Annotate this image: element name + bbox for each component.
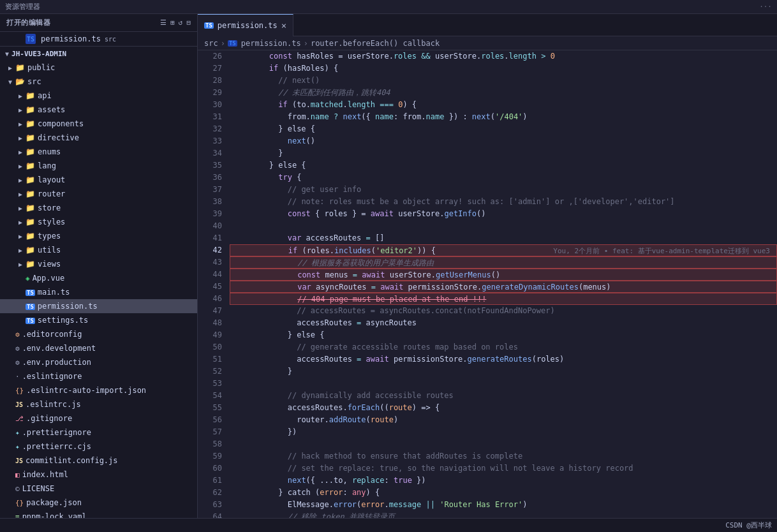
code-line-64: // 移除 token 并跳转登录页 <box>230 511 777 518</box>
folder-label-src: src <box>27 77 41 86</box>
folder-arrow-assets: ▶ <box>15 107 26 114</box>
tree-item-pnpmlock[interactable]: ≡ pnpm-lock.yaml <box>0 510 197 518</box>
tree-item-gitignore[interactable]: ⎇ .gitignore <box>0 411 197 425</box>
folder-icon-directive: 📁 <box>26 133 35 142</box>
new-folder-icon[interactable]: ⊞ <box>170 18 175 27</box>
tree-item-permissionts[interactable]: TS permission.ts <box>0 299 197 313</box>
folder-icon-store: 📁 <box>26 203 35 212</box>
code-line-56: router.addRoute(route) <box>230 414 777 426</box>
project-arrow: ▼ <box>5 50 9 57</box>
tree-item-eslintignore[interactable]: · .eslintignore <box>0 369 197 383</box>
tab-permission[interactable]: TS permission.ts × <box>198 14 293 36</box>
ts-icon-main: TS <box>26 288 35 297</box>
tree-item-types[interactable]: ▶ 📁 types <box>0 229 197 243</box>
tree-item-appvue[interactable]: ◈ App.vue <box>0 271 197 285</box>
tree-item-store[interactable]: ▶ 📁 store <box>0 201 197 215</box>
file-label-prettierignore: .prettierignore <box>22 428 91 437</box>
tree-item-eslintrcjs[interactable]: JS .eslintrc.js <box>0 397 197 411</box>
editor-area: TS permission.ts × src › TS permission.t… <box>198 14 777 518</box>
code-line-52: } <box>230 366 777 378</box>
folder-arrow-lang: ▶ <box>15 163 26 170</box>
project-name-header[interactable]: ▼ JH-VUE3-ADMIN <box>0 47 197 61</box>
file-label-prettierrc: .prettierrc.cjs <box>22 442 91 451</box>
tab-ts-icon: TS <box>204 22 214 29</box>
folder-arrow-router: ▶ <box>15 191 26 198</box>
prettier-icon: ✦ <box>15 429 20 437</box>
code-line-50: // generate accessible routes map based … <box>230 341 777 353</box>
folder-arrow-types: ▶ <box>15 233 26 240</box>
code-line-38: // note: roles must be a object array! s… <box>230 196 777 208</box>
tree-item-indexhtml[interactable]: ◧ index.html <box>0 468 197 482</box>
folder-arrow-layout: ▶ <box>15 177 26 184</box>
open-file-permission[interactable]: TS permission.ts src <box>0 32 197 46</box>
tree-item-envdev[interactable]: ⚙ .env.development <box>0 341 197 355</box>
tree-item-public[interactable]: ▶ 📁 public <box>0 61 197 75</box>
file-label-maints: main.ts <box>38 288 70 297</box>
file-label-permissionts: permission.ts <box>38 302 98 311</box>
new-file-icon[interactable]: ☰ <box>160 18 166 27</box>
code-line-26: const hasRoles = userStore.roles && user… <box>230 50 777 63</box>
breadcrumb: src › TS permission.ts › router.beforeEa… <box>198 36 777 50</box>
config-icon-editor: ⚙ <box>15 330 20 339</box>
yaml-icon: ≡ <box>15 513 20 519</box>
prettierrc-icon: ✦ <box>15 443 20 451</box>
breadcrumb-sep2: › <box>304 39 308 48</box>
tree-item-utils[interactable]: ▶ 📁 utils <box>0 243 197 257</box>
folder-icon-types: 📁 <box>26 232 35 240</box>
code-line-42: if (roles.includes('editor2')) {You, 2个月… <box>230 244 777 256</box>
tree-item-editorconfig[interactable]: ⚙ .editorconfig <box>0 327 197 341</box>
tree-item-license[interactable]: © LICENSE <box>0 482 197 496</box>
code-content[interactable]: const hasRoles = userStore.roles && user… <box>230 50 777 518</box>
tree-item-prettierrc[interactable]: ✦ .prettierrc.cjs <box>0 440 197 454</box>
tree-item-src[interactable]: ▼ 📂 src <box>0 75 197 89</box>
tree-item-prettierignore[interactable]: ✦ .prettierignore <box>0 425 197 440</box>
code-line-31: from.name ? next({ name: from.name }) : … <box>230 111 777 123</box>
file-label-eslintrcjs: .eslintrc.js <box>26 400 81 409</box>
tree-item-enums[interactable]: ▶ 📁 enums <box>0 145 197 159</box>
vue-icon-app: ◈ <box>26 274 30 283</box>
tree-item-components[interactable]: ▶ 📁 components <box>0 117 197 131</box>
code-line-60: // set the replace: true, so the navigat… <box>230 462 777 475</box>
tree-item-assets[interactable]: ▶ 📁 assets <box>0 103 197 117</box>
folder-arrow-styles: ▶ <box>15 219 26 226</box>
code-line-46: // 404 page must be placed at the end !!… <box>230 293 777 305</box>
code-line-32: } else { <box>230 123 777 135</box>
folder-arrow-views: ▶ <box>15 261 26 268</box>
code-line-61: next({ ...to, replace: true }) <box>230 475 777 487</box>
code-line-36: try { <box>230 172 777 184</box>
tree-item-envprod[interactable]: ⚙ .env.production <box>0 355 197 369</box>
tree-item-packagejson[interactable]: {} package.json <box>0 496 197 510</box>
env-icon-prod: ⚙ <box>15 358 20 367</box>
tree-item-lang[interactable]: ▶ 📁 lang <box>0 159 197 173</box>
json-icon-eslint: {} <box>15 387 24 395</box>
top-bar-menu-dots[interactable]: ··· <box>759 3 772 11</box>
folder-icon-router: 📁 <box>26 189 35 198</box>
tab-label-permission: permission.ts <box>218 21 278 30</box>
folder-label-store: store <box>38 203 61 212</box>
refresh-icon[interactable]: ↺ <box>179 18 183 27</box>
folder-arrow-components: ▶ <box>15 121 26 128</box>
ts-file-icon: TS <box>26 34 36 44</box>
code-line-57: }) <box>230 426 777 438</box>
tree-item-settingsts[interactable]: TS settings.ts <box>0 313 197 327</box>
tab-close-button[interactable]: × <box>281 20 286 31</box>
file-label-packagejson: package.json <box>26 498 82 507</box>
tree-item-api[interactable]: ▶ 📁 api <box>0 89 197 103</box>
folder-icon-styles: 📁 <box>26 218 35 226</box>
code-line-49: } else { <box>230 329 777 341</box>
tree-item-router[interactable]: ▶ 📁 router <box>0 187 197 201</box>
folder-label-assets: assets <box>38 105 65 114</box>
code-line-58 <box>230 438 777 450</box>
tree-item-directive[interactable]: ▶ 📁 directive <box>0 131 197 145</box>
tree-item-maints[interactable]: TS main.ts <box>0 285 197 299</box>
code-line-37: // get user info <box>230 184 777 196</box>
tree-item-views[interactable]: ▶ 📁 views <box>0 257 197 271</box>
tree-item-eslintrc[interactable]: {} .eslintrc-auto-import.json <box>0 383 197 397</box>
code-area[interactable]: 2627282930 3132333435 3637383940 4142434… <box>198 50 777 518</box>
collapse-icon[interactable]: ⊟ <box>186 18 191 27</box>
code-line-62: } catch (error: any) { <box>230 487 777 499</box>
tree-item-styles[interactable]: ▶ 📁 styles <box>0 215 197 229</box>
js-icon-commitlint: JS <box>15 457 23 464</box>
tree-item-layout[interactable]: ▶ 📁 layout <box>0 173 197 187</box>
tree-item-commitlint[interactable]: JS commitlint.config.js <box>0 454 197 468</box>
